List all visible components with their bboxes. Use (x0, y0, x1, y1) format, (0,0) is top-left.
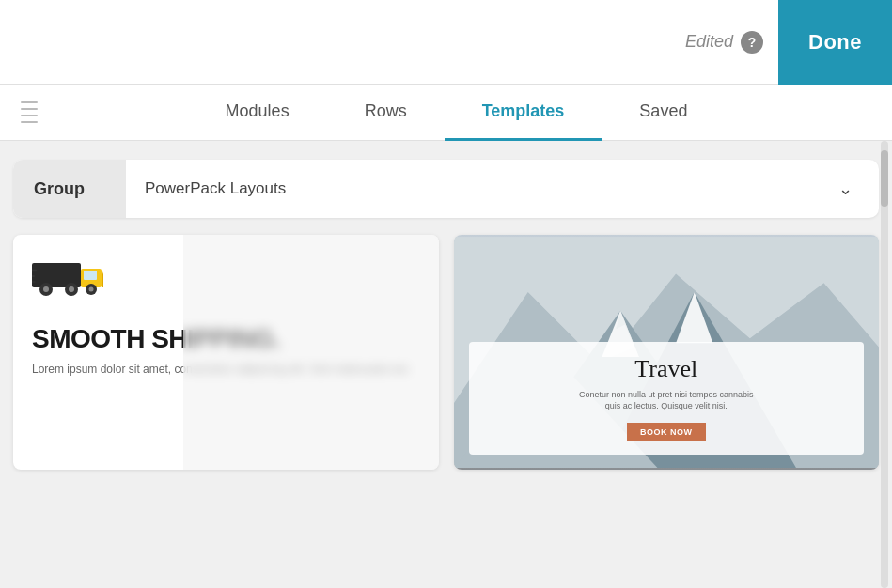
edited-label: Edited (685, 32, 733, 52)
tab-modules[interactable]: Modules (188, 85, 327, 141)
travel-overlay: Travel Conetur non nulla ut pret nisi te… (454, 327, 880, 470)
blur-overlay (183, 235, 439, 470)
chevron-down-icon: ⌄ (838, 178, 853, 199)
edited-area: Edited ? (685, 31, 763, 54)
svg-point-9 (89, 287, 94, 292)
templates-grid: SMOOTH SHIPPING. Lorem ipsum dolor sit a… (13, 235, 879, 569)
svg-point-7 (69, 286, 74, 292)
scrollbar-thumb (881, 150, 888, 207)
group-value-text: PowerPack Layouts (145, 179, 286, 198)
template-card-travel[interactable]: Travel Conetur non nulla ut pret nisi te… (454, 235, 880, 470)
help-icon[interactable]: ? (741, 31, 763, 54)
done-button[interactable]: Done (778, 0, 892, 85)
nav-tabs: Modules Rows Templates Saved (21, 85, 892, 141)
svg-point-5 (43, 286, 49, 292)
tab-rows[interactable]: Rows (327, 85, 445, 141)
scrollbar[interactable] (881, 141, 888, 588)
travel-content: Travel Conetur non nulla ut pret nisi te… (469, 342, 865, 455)
tab-templates[interactable]: Templates (445, 85, 602, 141)
template-card-shipping[interactable]: SMOOTH SHIPPING. Lorem ipsum dolor sit a… (13, 235, 439, 470)
travel-title: Travel (484, 355, 850, 383)
tab-saved[interactable]: Saved (602, 85, 725, 141)
travel-desc: Conetur non nulla ut pret nisi tempos ca… (484, 389, 850, 412)
svg-rect-2 (84, 271, 97, 280)
top-bar: Edited ? Done (0, 0, 892, 85)
group-selector[interactable]: Group PowerPack Layouts ⌄ (13, 160, 879, 218)
group-label: Group (13, 160, 126, 218)
group-value-dropdown[interactable]: PowerPack Layouts ⌄ (126, 160, 879, 218)
main-content: Group PowerPack Layouts ⌄ (0, 141, 892, 588)
book-now-button[interactable]: BOOK NOW (627, 423, 706, 441)
svg-marker-3 (102, 269, 103, 287)
nav-area: Modules Rows Templates Saved (0, 85, 892, 141)
